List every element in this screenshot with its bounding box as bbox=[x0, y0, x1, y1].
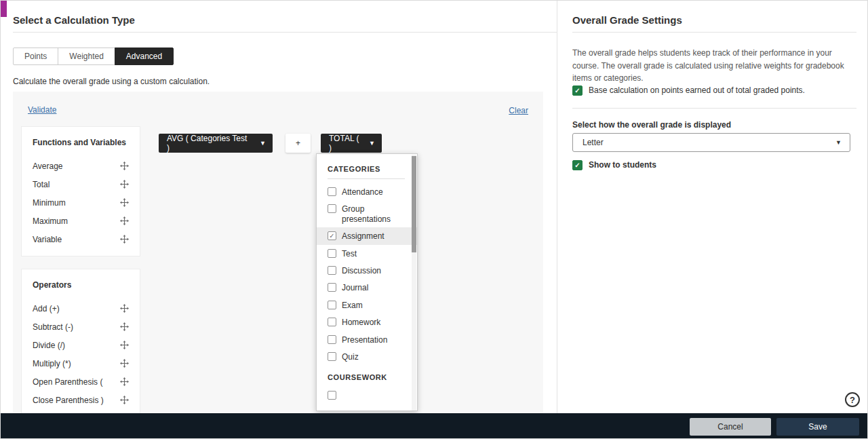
tab-advanced[interactable]: Advanced bbox=[115, 47, 174, 65]
operator-label: Subtract (-) bbox=[33, 322, 73, 332]
category-option-attendance[interactable]: Attendance bbox=[328, 183, 405, 200]
category-option-discussion[interactable]: Discussion bbox=[328, 262, 405, 279]
checkbox[interactable] bbox=[328, 283, 336, 292]
category-option-label: Quiz bbox=[342, 351, 359, 362]
chevron-down-icon: ▼ bbox=[369, 140, 375, 147]
checkbox[interactable] bbox=[328, 335, 336, 344]
overall-grade-settings-title: Overall Grade Settings bbox=[572, 14, 682, 26]
category-option-journal[interactable]: Journal bbox=[328, 279, 405, 296]
move-icon[interactable] bbox=[120, 377, 129, 386]
divider bbox=[13, 32, 557, 33]
show-to-students-label: Show to students bbox=[589, 159, 656, 170]
operator-item-multiply[interactable]: Multiply (*) bbox=[33, 354, 129, 373]
checkbox[interactable] bbox=[328, 204, 336, 213]
chevron-down-icon: ▼ bbox=[260, 140, 266, 147]
expression-chip-plus[interactable]: + bbox=[285, 134, 311, 153]
move-icon[interactable] bbox=[120, 359, 129, 368]
grade-display-select[interactable]: Letter ▼ bbox=[572, 133, 850, 152]
move-icon[interactable] bbox=[120, 304, 129, 313]
coursework-option-partial[interactable] bbox=[328, 387, 405, 403]
help-icon[interactable]: ? bbox=[845, 392, 860, 407]
category-option-test[interactable]: Test bbox=[328, 245, 405, 262]
checkbox[interactable] bbox=[328, 301, 336, 309]
function-item-maximum[interactable]: Maximum bbox=[33, 212, 129, 230]
expression-chip-avg[interactable]: AVG ( Categories Test ) ▼ bbox=[159, 134, 273, 153]
operator-label: Add (+) bbox=[33, 304, 60, 313]
divider bbox=[572, 108, 856, 109]
move-icon[interactable] bbox=[120, 161, 129, 170]
dropdown-section-header-categories: CATEGORIES bbox=[328, 162, 405, 178]
category-option-label: Group presentations bbox=[342, 204, 405, 224]
checkbox[interactable] bbox=[328, 318, 336, 326]
expression-chip-label: AVG ( Categories Test ) bbox=[167, 134, 250, 153]
category-option-presentation[interactable]: Presentation bbox=[328, 331, 405, 348]
checkbox[interactable] bbox=[328, 231, 336, 240]
function-item-variable[interactable]: Variable bbox=[33, 230, 129, 248]
category-option-assignment[interactable]: Assignment bbox=[317, 227, 417, 244]
operator-label: Open Parenthesis ( bbox=[33, 377, 102, 387]
operator-item-close-paren[interactable]: Close Parenthesis ) bbox=[33, 391, 129, 409]
function-label: Minimum bbox=[33, 198, 66, 208]
operators-card: Operators Add (+) Subtract (-) Divide (/… bbox=[21, 269, 140, 413]
checkbox[interactable] bbox=[328, 352, 336, 361]
function-item-average[interactable]: Average bbox=[33, 157, 129, 175]
dropdown-scrollbar[interactable] bbox=[412, 155, 416, 411]
tab-weighted[interactable]: Weighted bbox=[58, 47, 115, 65]
clear-link[interactable]: Clear bbox=[509, 106, 528, 115]
checkbox[interactable] bbox=[328, 391, 336, 400]
checkbox[interactable] bbox=[328, 266, 336, 275]
function-label: Average bbox=[33, 161, 62, 171]
footer-bar: Cancel Save bbox=[1, 413, 868, 439]
calculation-type-dialog: Select a Calculation Type Points Weighte… bbox=[0, 0, 868, 439]
operator-label: Close Parenthesis ) bbox=[33, 396, 104, 405]
base-calculation-option[interactable]: Base calculation on points earned out of… bbox=[572, 85, 805, 96]
base-calculation-checkbox[interactable] bbox=[572, 85, 583, 96]
operator-item-open-paren[interactable]: Open Parenthesis ( bbox=[33, 373, 129, 391]
functions-card-title: Functions and Variables bbox=[33, 138, 129, 147]
show-to-students-option[interactable]: Show to students bbox=[572, 159, 656, 170]
move-icon[interactable] bbox=[120, 198, 129, 207]
functions-card: Functions and Variables Average Total Mi… bbox=[21, 126, 140, 256]
move-icon[interactable] bbox=[120, 341, 129, 349]
function-item-minimum[interactable]: Minimum bbox=[33, 193, 129, 212]
operator-label: Divide (/) bbox=[33, 341, 65, 350]
operator-item-add[interactable]: Add (+) bbox=[33, 299, 129, 318]
save-button[interactable]: Save bbox=[776, 418, 859, 436]
overall-grade-description: The overall grade helps students keep tr… bbox=[572, 47, 856, 85]
validate-link[interactable]: Validate bbox=[28, 105, 56, 115]
move-icon[interactable] bbox=[120, 216, 129, 225]
operators-card-title: Operators bbox=[33, 280, 129, 290]
checkbox[interactable] bbox=[328, 187, 336, 196]
expression-chip-total[interactable]: TOTAL ( ) ▼ bbox=[321, 134, 382, 153]
tab-points[interactable]: Points bbox=[13, 47, 58, 65]
move-icon[interactable] bbox=[120, 180, 129, 189]
cancel-button[interactable]: Cancel bbox=[690, 418, 771, 436]
category-option-label: Discussion bbox=[342, 265, 381, 275]
category-option-group-presentations[interactable]: Group presentations bbox=[328, 200, 405, 227]
category-option-exam[interactable]: Exam bbox=[328, 297, 405, 313]
grade-display-label: Select how the overall grade is displaye… bbox=[572, 120, 731, 130]
calculation-description: Calculate the overall grade using a cust… bbox=[13, 77, 210, 86]
dropdown-section-header-coursework: COURSEWORK bbox=[328, 370, 405, 387]
move-icon[interactable] bbox=[120, 396, 129, 404]
expression-chip-label: + bbox=[296, 138, 300, 148]
move-icon[interactable] bbox=[120, 235, 129, 244]
category-option-quiz[interactable]: Quiz bbox=[328, 348, 405, 365]
move-icon[interactable] bbox=[120, 322, 129, 331]
accent-bar bbox=[1, 1, 7, 17]
scrollbar-thumb[interactable] bbox=[412, 156, 416, 252]
category-option-label: Journal bbox=[342, 282, 368, 292]
category-option-homework[interactable]: Homework bbox=[328, 313, 405, 330]
base-calculation-label: Base calculation on points earned out of… bbox=[589, 85, 805, 95]
operator-item-subtract[interactable]: Subtract (-) bbox=[33, 318, 129, 336]
operator-item-divide[interactable]: Divide (/) bbox=[33, 336, 129, 354]
divider bbox=[557, 1, 557, 413]
function-item-total[interactable]: Total bbox=[33, 175, 129, 193]
grade-display-value: Letter bbox=[583, 138, 604, 147]
category-option-label: Attendance bbox=[342, 187, 383, 197]
checkbox[interactable] bbox=[328, 249, 336, 258]
expression-chip-label: TOTAL ( ) bbox=[329, 134, 359, 153]
total-categories-dropdown: CATEGORIES Attendance Group presentation… bbox=[316, 153, 418, 411]
divider bbox=[328, 178, 405, 179]
show-to-students-checkbox[interactable] bbox=[572, 160, 583, 170]
